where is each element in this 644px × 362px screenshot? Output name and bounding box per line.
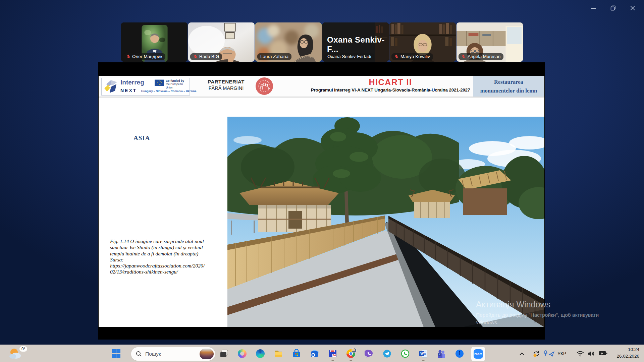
participant-tile-active-speaker[interactable]: Laura Zaharia [255,22,322,62]
shared-screen: Interreg Co-funded by the European Union [98,62,545,340]
topic-line1: Restaurarea [473,79,544,85]
viber-icon[interactable] [365,349,373,358]
participant-tile[interactable]: Radu BIG [188,22,255,62]
chrome-profile-avatar [352,348,357,353]
partnership-title: PARTENERIAT FĂRĂ MARGINI [199,79,253,91]
file-explorer-icon[interactable] [274,349,283,358]
slide-title: ASIA [133,134,150,142]
bing-daily-image[interactable] [200,349,214,359]
weather-widget[interactable]: 0° [8,346,32,361]
slide-header: Interreg Co-funded by the European Union [99,76,544,98]
divider [152,80,152,87]
participant-tile[interactable]: Oxana Senkiv-F... Oxana Senkiv-Fertadi [322,22,389,62]
restore-icon[interactable] [606,3,620,13]
task-view-icon[interactable] [220,349,228,358]
window-controls [587,3,639,13]
participant-name: Олег Мандрик [132,54,162,59]
minimize-icon[interactable] [587,3,600,13]
language-indicator[interactable]: УКР [557,345,566,362]
telegram-icon[interactable] [383,349,391,358]
mic-off-icon [394,54,399,59]
project-title: HICART II [303,77,478,87]
weather-temperature: 0° [19,346,27,352]
zoom-meeting-window: Олег Мандрик [0,0,644,362]
slide-body: ASIA Fig. 1.14 O imagine care surprinde … [99,98,544,327]
running-indicator [350,360,352,361]
topic-box: Restaurarea monumentelor din lemn [473,76,544,97]
word-glyph: W [420,351,424,355]
clock-date: 26.02.2026 [616,353,639,360]
word-icon[interactable]: W [419,349,428,358]
tc-64-glyph: 64 [333,354,336,356]
clock-time: 10:24 [616,346,639,353]
participant-tile[interactable]: Олег Мандрик [121,22,187,62]
chrome-icon[interactable] [346,349,355,358]
search-box[interactable]: Пошук [131,347,215,361]
participant-tile[interactable]: Angela Muresan [457,22,523,62]
teams-icon[interactable]: T [437,349,446,358]
participant-name: Radu BIG [199,54,219,59]
eu-flag-icon [155,79,164,86]
wifi-icon[interactable] [576,351,584,358]
project-people-icon [256,77,273,95]
total-commander-icon[interactable]: 64 [328,349,337,358]
battery-charging-icon[interactable] [598,351,608,357]
search-icon [136,351,142,357]
interreg-logo-icon [103,79,119,95]
running-indicator [331,360,334,361]
participant-name: Oxana Senkiv-Fertadi [327,54,371,59]
taskbar: 0° Пошук 64 [0,345,644,362]
volume-icon[interactable] [587,350,595,358]
zoom-app-active[interactable]: zoom [471,347,486,361]
zoom-icon: zoom [474,349,483,359]
interreg-next: NEXT [120,88,137,93]
teams-badge-glyph: T [438,353,441,356]
search-placeholder: Пошук [145,351,200,357]
topic-line2: monumentelor din lemn [473,87,544,94]
ise-shrine-photo [227,117,544,327]
tray-chevron-up-icon[interactable] [519,351,525,357]
participant-name: Mariya Kovaliv [400,54,430,59]
program-subtitle: Programul Interreg VI-A NEXT Ungaria-Slo… [286,87,494,93]
whatsapp-icon[interactable] [401,349,410,358]
participant-name: Angela Muresan [468,54,500,59]
interreg-countries: Hungary – Slovakia – Romania – Ukraine [141,89,196,93]
edge-icon[interactable] [256,349,265,358]
interreg-logo-block: Interreg Co-funded by the European Union [101,78,190,96]
participant-name-badge: Олег Мандрик [123,53,165,60]
mic-off-icon [462,54,466,59]
clock[interactable]: 10:24 26.02.2026 [616,346,639,359]
participant-name-badge: Radu BIG [190,53,222,60]
partnership-line1: PARTENERIAT [199,79,253,84]
participant-name-badge: Mariya Kovaliv [391,53,433,60]
participant-name: Laura Zaharia [260,54,288,59]
privacy-mic-location-icons[interactable] [543,350,555,359]
participant-tile-name-text: Oxana Senkiv-F... [327,35,389,54]
close-icon[interactable] [626,3,639,13]
partnership-line2: FĂRĂ MARGINI [199,85,253,91]
figure-caption: Fig. 1.14 O imagine care surprinde atât … [110,238,221,275]
participant-tile[interactable]: Mariya Kovaliv [389,22,456,62]
running-indicator [422,360,425,361]
interreg-brand: Interreg [120,79,144,86]
participant-name-badge: Laura Zaharia [257,53,291,60]
eu-cofunded-block: Co-funded by the European Union [155,79,190,89]
copilot-icon[interactable] [238,349,247,358]
mic-off-icon [126,54,130,59]
participant-name-badge: Angela Muresan [459,53,503,60]
start-button[interactable] [112,349,120,358]
eu-cofunded-line2: the European Union [166,82,183,89]
facebook-icon[interactable]: f [455,349,464,358]
microsoft-store-icon[interactable] [292,349,301,358]
facebook-glyph: f [459,350,460,356]
mic-off-icon [193,54,198,59]
outlook-icon[interactable] [310,349,319,358]
participant-name-badge: Oxana Senkiv-Fertadi [324,53,374,60]
sync-status-icon[interactable] [532,349,541,359]
